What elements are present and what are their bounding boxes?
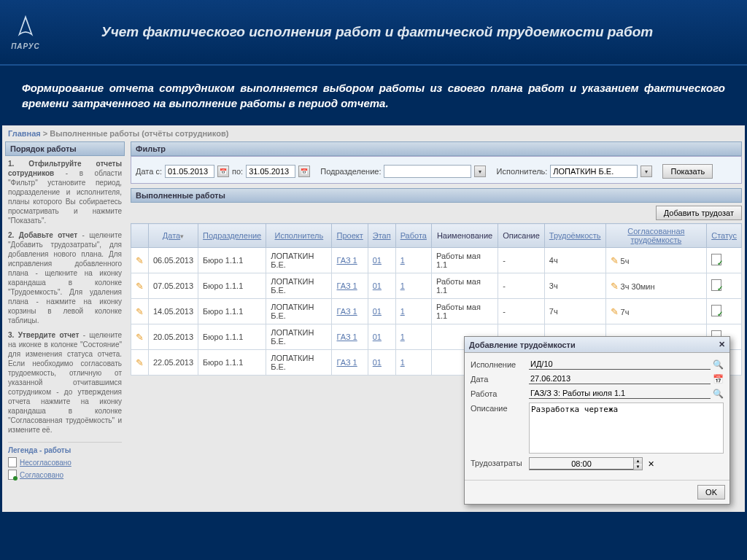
- cell-exec: ЛОПАТКИН Б.Е.: [266, 299, 332, 324]
- pencil-icon[interactable]: ✎: [136, 332, 144, 343]
- pencil-icon[interactable]: ✎: [611, 306, 619, 317]
- col-exec[interactable]: Исполнитель: [275, 231, 324, 240]
- dlg-date-label: Дата: [471, 373, 529, 384]
- calendar-icon[interactable]: 📅: [298, 166, 310, 177]
- sail-icon: [13, 15, 38, 39]
- col-labor[interactable]: Трудоёмкость: [549, 231, 601, 240]
- dialog-title: Добавление трудоёмкости: [469, 341, 576, 349]
- col-date[interactable]: Дата: [163, 231, 180, 240]
- pencil-icon[interactable]: ✎: [136, 281, 144, 292]
- cell-stage[interactable]: 01: [373, 307, 382, 316]
- cell-stage[interactable]: 01: [373, 281, 382, 290]
- filter-panel: Дата с: 📅 по: 📅 Подразделение: ▾ Исполни…: [131, 156, 742, 184]
- sidebar-step: 1. Отфильтруйте отчеты сотрудников - в о…: [8, 159, 122, 225]
- col-status[interactable]: Статус: [711, 231, 737, 240]
- cell-date: 20.05.2013: [149, 324, 198, 350]
- dlg-work-input[interactable]: [529, 388, 711, 399]
- col-work[interactable]: Работа: [400, 231, 427, 240]
- legend-item: Согласовано: [8, 470, 122, 480]
- dlg-exec-label: Исполнение: [471, 359, 529, 369]
- col-agreed[interactable]: Согласованная трудоёмкость: [627, 227, 684, 244]
- cell-dept: Бюро 1.1.1: [198, 324, 266, 350]
- sidebar-step-heading: 3. Утвердите отчет: [8, 331, 79, 339]
- exec-label: Исполнитель:: [497, 167, 548, 176]
- logo: ПАРУС: [0, 15, 51, 50]
- subtitle: Формирование отчета сотрудником выполняе…: [0, 66, 747, 125]
- table-row: ✎06.05.2013Бюро 1.1.1ЛОПАТКИН Б.Е.ГАЗ 10…: [131, 248, 742, 273]
- status-icon[interactable]: [711, 254, 721, 265]
- show-button[interactable]: Показать: [662, 164, 713, 179]
- chevron-down-icon[interactable]: ▾: [640, 166, 652, 177]
- chevron-down-icon[interactable]: ▾: [474, 166, 486, 177]
- cell-agreed[interactable]: ✎ 7ч: [605, 299, 707, 324]
- search-icon[interactable]: 🔍: [713, 359, 724, 370]
- cell-labor: 4ч: [544, 248, 605, 273]
- cell-agreed[interactable]: ✎ 5ч: [605, 248, 707, 273]
- add-labor-dialog: Добавление трудоёмкости ✕ Исполнение 🔍 Д…: [464, 336, 730, 505]
- cell-work[interactable]: 1: [400, 332, 405, 341]
- pencil-icon[interactable]: ✎: [136, 306, 144, 317]
- breadcrumb-home[interactable]: Главная: [8, 129, 41, 138]
- section-title: Выполненные работы: [131, 188, 742, 203]
- cell-date: 06.05.2013: [149, 248, 198, 273]
- labor-spinner[interactable]: ▲▼: [529, 457, 643, 470]
- status-icon[interactable]: [711, 305, 721, 316]
- cell-work[interactable]: 1: [400, 358, 405, 367]
- col-stage[interactable]: Этап: [373, 231, 391, 240]
- close-icon[interactable]: ✕: [719, 340, 725, 349]
- spin-up-icon[interactable]: ▲: [633, 458, 642, 464]
- cell-work[interactable]: 1: [400, 307, 405, 316]
- ok-button[interactable]: OK: [697, 485, 725, 499]
- cell-agreed[interactable]: ✎ 3ч 30мин: [605, 273, 707, 299]
- pencil-icon[interactable]: ✎: [611, 281, 619, 292]
- cell-stage[interactable]: 01: [373, 256, 382, 265]
- sidebar-step: 2. Добавьте отчет - щелкните "Добавить т…: [8, 230, 122, 325]
- pencil-icon[interactable]: ✎: [136, 255, 144, 266]
- dlg-labor-input[interactable]: [530, 458, 633, 470]
- calendar-icon[interactable]: 📅: [217, 166, 229, 177]
- document-icon: [8, 470, 17, 480]
- cell-date: 22.05.2013: [149, 350, 198, 376]
- app-window: Главная > Выполненные работы (отчёты сот…: [2, 125, 745, 512]
- sidebar-title: Порядок работы: [5, 141, 125, 156]
- cell-project[interactable]: ГАЗ 1: [336, 256, 357, 265]
- date-to-input[interactable]: [246, 165, 295, 178]
- sidebar-step: 3. Утвердите отчет - щелкните на иконке …: [8, 330, 122, 435]
- cell-dept: Бюро 1.1.1: [198, 273, 266, 299]
- cell-work[interactable]: 1: [400, 256, 405, 265]
- cell-labor: 7ч: [544, 299, 605, 324]
- spin-down-icon[interactable]: ▼: [633, 464, 642, 470]
- status-icon[interactable]: [711, 279, 721, 291]
- sort-desc-icon[interactable]: ▾: [180, 233, 184, 240]
- exec-input[interactable]: [550, 165, 638, 178]
- search-icon[interactable]: 🔍: [713, 389, 724, 399]
- dept-label: Подразделение:: [320, 167, 381, 176]
- cell-stage[interactable]: 01: [373, 332, 382, 341]
- date-to-label: по:: [232, 167, 243, 176]
- dlg-exec-input[interactable]: [529, 359, 711, 370]
- calendar-icon[interactable]: 📅: [713, 374, 724, 384]
- pencil-icon[interactable]: ✎: [136, 357, 144, 368]
- cell-project[interactable]: ГАЗ 1: [336, 281, 357, 290]
- clear-icon[interactable]: ✕: [648, 459, 654, 469]
- cell-name: Работы мая 1.1: [431, 248, 498, 273]
- dlg-date-input[interactable]: [529, 373, 711, 384]
- cell-project[interactable]: ГАЗ 1: [336, 332, 357, 341]
- sidebar-step-heading: 2. Добавьте отчет: [8, 231, 77, 239]
- col-project[interactable]: Проект: [336, 231, 363, 240]
- dept-input[interactable]: [384, 165, 471, 178]
- legend-link[interactable]: Согласовано: [20, 470, 63, 480]
- add-labor-button[interactable]: Добавить трудозат: [656, 206, 742, 220]
- pencil-icon[interactable]: ✎: [611, 255, 619, 266]
- cell-project[interactable]: ГАЗ 1: [336, 307, 357, 316]
- cell-project[interactable]: ГАЗ 1: [336, 358, 357, 367]
- date-from-input[interactable]: [165, 165, 214, 178]
- cell-stage[interactable]: 01: [373, 358, 382, 367]
- dlg-desc-textarea[interactable]: Разработка чертежа: [529, 402, 724, 454]
- cell-work[interactable]: 1: [400, 281, 405, 290]
- filter-title: Фильтр: [131, 141, 742, 156]
- page-title: Учет фактического исполнения работ и фак…: [51, 23, 747, 42]
- cell-dept: Бюро 1.1.1: [198, 299, 266, 324]
- legend-link[interactable]: Несогласовано: [20, 458, 71, 467]
- col-dept[interactable]: Подразделение: [203, 231, 261, 240]
